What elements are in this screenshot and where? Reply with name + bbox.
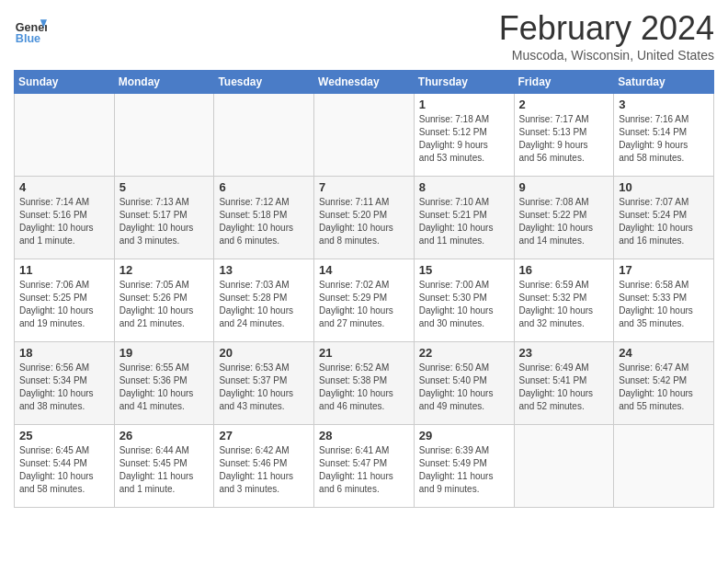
day-number: 25 — [19, 429, 109, 442]
page-header: General Blue February 2024 Muscoda, Wisc… — [14, 9, 714, 63]
weekday-header-monday: Monday — [114, 71, 214, 94]
weekday-header-tuesday: Tuesday — [214, 71, 314, 94]
calendar-cell: 4Sunrise: 7:14 AM Sunset: 5:16 PM Daylig… — [15, 177, 115, 259]
calendar-table: SundayMondayTuesdayWednesdayThursdayFrid… — [14, 70, 714, 508]
location: Muscoda, Wisconsin, United States — [499, 48, 714, 63]
calendar-cell: 23Sunrise: 6:49 AM Sunset: 5:41 PM Dayli… — [514, 342, 614, 425]
calendar-cell: 29Sunrise: 6:39 AM Sunset: 5:49 PM Dayli… — [414, 425, 514, 508]
calendar-cell: 15Sunrise: 7:00 AM Sunset: 5:30 PM Dayli… — [414, 259, 514, 342]
calendar-cell: 28Sunrise: 6:41 AM Sunset: 5:47 PM Dayli… — [314, 425, 415, 508]
day-number: 24 — [619, 346, 709, 360]
day-number: 5 — [119, 180, 210, 194]
day-info: Sunrise: 7:17 AM Sunset: 5:13 PM Dayligh… — [519, 113, 609, 165]
day-number: 17 — [619, 263, 709, 277]
day-info: Sunrise: 7:05 AM Sunset: 5:26 PM Dayligh… — [119, 279, 210, 330]
day-number: 26 — [119, 429, 210, 442]
day-info: Sunrise: 6:55 AM Sunset: 5:36 PM Dayligh… — [119, 362, 210, 413]
day-info: Sunrise: 7:00 AM Sunset: 5:30 PM Dayligh… — [419, 279, 509, 330]
calendar-cell: 22Sunrise: 6:50 AM Sunset: 5:40 PM Dayli… — [414, 342, 514, 425]
day-info: Sunrise: 7:13 AM Sunset: 5:17 PM Dayligh… — [119, 196, 210, 247]
calendar-cell: 1Sunrise: 7:18 AM Sunset: 5:12 PM Daylig… — [414, 94, 514, 177]
day-number: 1 — [419, 98, 509, 111]
calendar-cell: 24Sunrise: 6:47 AM Sunset: 5:42 PM Dayli… — [614, 342, 714, 425]
calendar-week-1: 1Sunrise: 7:18 AM Sunset: 5:12 PM Daylig… — [15, 94, 714, 177]
weekday-header-saturday: Saturday — [614, 71, 714, 94]
day-number: 13 — [219, 263, 309, 277]
day-info: Sunrise: 7:03 AM Sunset: 5:28 PM Dayligh… — [219, 279, 309, 330]
day-number: 22 — [419, 346, 509, 360]
calendar-cell: 5Sunrise: 7:13 AM Sunset: 5:17 PM Daylig… — [114, 177, 214, 259]
day-info: Sunrise: 7:18 AM Sunset: 5:12 PM Dayligh… — [419, 113, 509, 165]
day-info: Sunrise: 6:59 AM Sunset: 5:32 PM Dayligh… — [519, 279, 609, 330]
weekday-header-thursday: Thursday — [414, 71, 514, 94]
day-number: 10 — [619, 180, 709, 194]
calendar-cell: 12Sunrise: 7:05 AM Sunset: 5:26 PM Dayli… — [114, 259, 214, 342]
day-info: Sunrise: 6:58 AM Sunset: 5:33 PM Dayligh… — [619, 279, 709, 330]
day-info: Sunrise: 7:07 AM Sunset: 5:24 PM Dayligh… — [619, 196, 709, 247]
svg-text:Blue: Blue — [16, 32, 40, 45]
calendar-cell: 25Sunrise: 6:45 AM Sunset: 5:44 PM Dayli… — [15, 425, 115, 508]
day-info: Sunrise: 6:41 AM Sunset: 5:47 PM Dayligh… — [319, 444, 409, 496]
calendar-cell: 13Sunrise: 7:03 AM Sunset: 5:28 PM Dayli… — [214, 259, 314, 342]
title-block: February 2024 Muscoda, Wisconsin, United… — [499, 9, 714, 63]
calendar-cell: 27Sunrise: 6:42 AM Sunset: 5:46 PM Dayli… — [214, 425, 314, 508]
calendar-body: 1Sunrise: 7:18 AM Sunset: 5:12 PM Daylig… — [15, 94, 714, 508]
day-number: 18 — [19, 346, 109, 360]
day-number: 16 — [519, 263, 609, 277]
day-info: Sunrise: 7:16 AM Sunset: 5:14 PM Dayligh… — [619, 113, 709, 165]
day-info: Sunrise: 7:12 AM Sunset: 5:18 PM Dayligh… — [219, 196, 309, 247]
calendar-cell — [614, 425, 714, 508]
day-info: Sunrise: 7:11 AM Sunset: 5:20 PM Dayligh… — [319, 196, 409, 247]
calendar-cell: 7Sunrise: 7:11 AM Sunset: 5:20 PM Daylig… — [314, 177, 415, 259]
day-info: Sunrise: 6:53 AM Sunset: 5:37 PM Dayligh… — [219, 362, 309, 413]
day-number: 6 — [219, 180, 309, 194]
weekday-header-wednesday: Wednesday — [314, 71, 415, 94]
day-number: 4 — [19, 180, 109, 194]
weekday-header-friday: Friday — [514, 71, 614, 94]
day-info: Sunrise: 7:08 AM Sunset: 5:22 PM Dayligh… — [519, 196, 609, 247]
day-number: 19 — [119, 346, 210, 360]
calendar-cell: 16Sunrise: 6:59 AM Sunset: 5:32 PM Dayli… — [514, 259, 614, 342]
day-number: 15 — [419, 263, 509, 277]
month-title: February 2024 — [499, 9, 714, 48]
calendar-cell: 14Sunrise: 7:02 AM Sunset: 5:29 PM Dayli… — [314, 259, 415, 342]
calendar-cell: 6Sunrise: 7:12 AM Sunset: 5:18 PM Daylig… — [214, 177, 314, 259]
calendar-week-4: 18Sunrise: 6:56 AM Sunset: 5:34 PM Dayli… — [15, 342, 714, 425]
day-number: 12 — [119, 263, 210, 277]
day-number: 28 — [319, 429, 409, 442]
calendar-cell — [214, 94, 314, 177]
day-info: Sunrise: 6:39 AM Sunset: 5:49 PM Dayligh… — [419, 444, 509, 496]
day-info: Sunrise: 6:45 AM Sunset: 5:44 PM Dayligh… — [19, 444, 109, 496]
day-number: 14 — [319, 263, 409, 277]
day-info: Sunrise: 6:49 AM Sunset: 5:41 PM Dayligh… — [519, 362, 609, 413]
logo: General Blue — [14, 13, 51, 46]
calendar-cell — [514, 425, 614, 508]
calendar-cell: 18Sunrise: 6:56 AM Sunset: 5:34 PM Dayli… — [15, 342, 115, 425]
calendar-week-2: 4Sunrise: 7:14 AM Sunset: 5:16 PM Daylig… — [15, 177, 714, 259]
day-number: 9 — [519, 180, 609, 194]
calendar-cell: 10Sunrise: 7:07 AM Sunset: 5:24 PM Dayli… — [614, 177, 714, 259]
day-info: Sunrise: 7:06 AM Sunset: 5:25 PM Dayligh… — [19, 279, 109, 330]
calendar-cell — [114, 94, 214, 177]
day-info: Sunrise: 7:02 AM Sunset: 5:29 PM Dayligh… — [319, 279, 409, 330]
day-number: 3 — [619, 98, 709, 111]
day-info: Sunrise: 6:50 AM Sunset: 5:40 PM Dayligh… — [419, 362, 509, 413]
day-info: Sunrise: 7:14 AM Sunset: 5:16 PM Dayligh… — [19, 196, 109, 247]
calendar-cell — [15, 94, 115, 177]
calendar-cell: 8Sunrise: 7:10 AM Sunset: 5:21 PM Daylig… — [414, 177, 514, 259]
day-info: Sunrise: 6:52 AM Sunset: 5:38 PM Dayligh… — [319, 362, 409, 413]
day-info: Sunrise: 6:42 AM Sunset: 5:46 PM Dayligh… — [219, 444, 309, 496]
calendar-cell: 26Sunrise: 6:44 AM Sunset: 5:45 PM Dayli… — [114, 425, 214, 508]
calendar-cell: 3Sunrise: 7:16 AM Sunset: 5:14 PM Daylig… — [614, 94, 714, 177]
calendar-cell: 17Sunrise: 6:58 AM Sunset: 5:33 PM Dayli… — [614, 259, 714, 342]
logo-icon: General Blue — [14, 13, 47, 46]
day-number: 7 — [319, 180, 409, 194]
calendar-week-5: 25Sunrise: 6:45 AM Sunset: 5:44 PM Dayli… — [15, 425, 714, 508]
calendar-cell: 20Sunrise: 6:53 AM Sunset: 5:37 PM Dayli… — [214, 342, 314, 425]
day-info: Sunrise: 6:47 AM Sunset: 5:42 PM Dayligh… — [619, 362, 709, 413]
calendar-week-3: 11Sunrise: 7:06 AM Sunset: 5:25 PM Dayli… — [15, 259, 714, 342]
day-number: 27 — [219, 429, 309, 442]
calendar-cell: 9Sunrise: 7:08 AM Sunset: 5:22 PM Daylig… — [514, 177, 614, 259]
day-info: Sunrise: 6:56 AM Sunset: 5:34 PM Dayligh… — [19, 362, 109, 413]
day-number: 23 — [519, 346, 609, 360]
